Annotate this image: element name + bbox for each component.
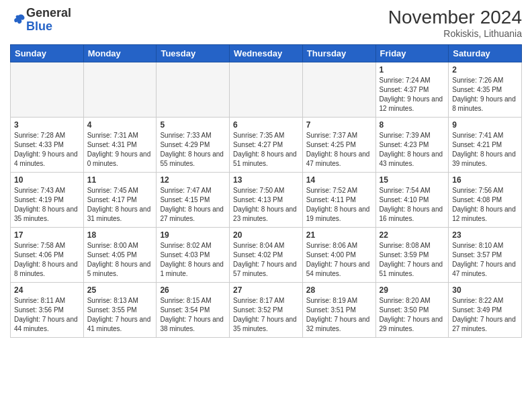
table-row: 28Sunrise: 8:19 AMSunset: 3:51 PMDayligh…	[302, 283, 375, 338]
daylight: Daylight: 8 hours and 16 minutes.	[380, 205, 445, 224]
day-number: 5	[160, 120, 226, 130]
sunrise: Sunrise: 7:50 AM	[233, 186, 299, 195]
day-number: 3	[14, 120, 80, 130]
day-number: 22	[380, 230, 445, 240]
header: General Blue November 2024 Rokiskis, Lit…	[10, 7, 522, 39]
day-info: Sunrise: 7:39 AMSunset: 4:23 PMDaylight:…	[380, 131, 445, 169]
sunrise: Sunrise: 8:17 AM	[233, 296, 299, 306]
day-number: 24	[14, 285, 80, 295]
sunset: Sunset: 3:50 PM	[380, 306, 445, 315]
daylight: Daylight: 9 hours and 8 minutes.	[452, 95, 518, 113]
sunset: Sunset: 3:51 PM	[306, 306, 372, 315]
sunrise: Sunrise: 8:02 AM	[160, 241, 226, 250]
sunset: Sunset: 4:35 PM	[452, 85, 518, 95]
sunset: Sunset: 3:54 PM	[160, 306, 226, 315]
sunset: Sunset: 4:02 PM	[233, 250, 299, 260]
header-friday: Friday	[375, 45, 449, 62]
sunset: Sunset: 3:52 PM	[233, 306, 299, 315]
daylight: Daylight: 8 hours and 27 minutes.	[160, 205, 226, 224]
daylight: Daylight: 8 hours and 23 minutes.	[233, 205, 299, 224]
daylight: Daylight: 9 hours and 0 minutes.	[87, 150, 153, 169]
day-number: 20	[233, 230, 299, 240]
sunrise: Sunrise: 8:11 AM	[14, 296, 80, 306]
day-number: 28	[306, 285, 372, 295]
sunset: Sunset: 4:03 PM	[160, 250, 226, 260]
sunrise: Sunrise: 8:00 AM	[87, 241, 153, 250]
day-number: 6	[233, 120, 299, 130]
sunset: Sunset: 4:19 PM	[14, 195, 80, 205]
day-info: Sunrise: 8:11 AMSunset: 3:56 PMDaylight:…	[14, 296, 80, 334]
day-number: 14	[306, 175, 372, 185]
sunrise: Sunrise: 8:10 AM	[452, 241, 518, 250]
sunrise: Sunrise: 8:15 AM	[160, 296, 226, 306]
table-row	[11, 62, 84, 118]
table-row: 8Sunrise: 7:39 AMSunset: 4:23 PMDaylight…	[375, 118, 449, 173]
day-number: 26	[160, 285, 226, 295]
day-info: Sunrise: 7:41 AMSunset: 4:21 PMDaylight:…	[452, 131, 518, 169]
sunset: Sunset: 4:31 PM	[87, 140, 153, 150]
sunrise: Sunrise: 8:22 AM	[452, 296, 518, 306]
day-info: Sunrise: 8:08 AMSunset: 3:59 PMDaylight:…	[380, 241, 445, 279]
page-container: General Blue November 2024 Rokiskis, Lit…	[0, 0, 532, 341]
sunset: Sunset: 4:27 PM	[233, 140, 299, 150]
day-info: Sunrise: 7:50 AMSunset: 4:13 PMDaylight:…	[233, 186, 299, 224]
sunrise: Sunrise: 7:33 AM	[160, 131, 226, 140]
daylight: Daylight: 8 hours and 19 minutes.	[306, 205, 372, 224]
day-info: Sunrise: 7:56 AMSunset: 4:08 PMDaylight:…	[452, 186, 518, 224]
header-tuesday: Tuesday	[157, 45, 230, 62]
daylight: Daylight: 8 hours and 8 minutes.	[14, 260, 80, 279]
table-row: 2Sunrise: 7:26 AMSunset: 4:35 PMDaylight…	[449, 62, 522, 118]
table-row: 17Sunrise: 7:58 AMSunset: 4:06 PMDayligh…	[11, 228, 84, 283]
daylight: Daylight: 7 hours and 47 minutes.	[452, 260, 518, 279]
calendar-week-1: 1Sunrise: 7:24 AMSunset: 4:37 PMDaylight…	[11, 62, 522, 118]
daylight: Daylight: 7 hours and 54 minutes.	[306, 260, 372, 279]
day-info: Sunrise: 7:43 AMSunset: 4:19 PMDaylight:…	[14, 186, 80, 224]
calendar-body: 1Sunrise: 7:24 AMSunset: 4:37 PMDaylight…	[11, 62, 522, 338]
daylight: Daylight: 7 hours and 32 minutes.	[306, 315, 372, 334]
daylight: Daylight: 8 hours and 35 minutes.	[14, 205, 80, 224]
daylight: Daylight: 8 hours and 43 minutes.	[380, 150, 445, 169]
day-info: Sunrise: 8:10 AMSunset: 3:57 PMDaylight:…	[452, 241, 518, 279]
logo: General Blue	[10, 7, 71, 34]
daylight: Daylight: 8 hours and 55 minutes.	[160, 150, 226, 169]
table-row: 12Sunrise: 7:47 AMSunset: 4:15 PMDayligh…	[157, 173, 230, 228]
sunrise: Sunrise: 7:39 AM	[380, 131, 445, 140]
logo-bird-icon	[11, 13, 26, 28]
sunset: Sunset: 4:13 PM	[233, 195, 299, 205]
header-monday: Monday	[83, 45, 157, 62]
header-saturday: Saturday	[449, 45, 522, 62]
sunrise: Sunrise: 7:45 AM	[87, 186, 153, 195]
day-info: Sunrise: 7:58 AMSunset: 4:06 PMDaylight:…	[14, 241, 80, 279]
sunrise: Sunrise: 7:31 AM	[87, 131, 153, 140]
table-row: 14Sunrise: 7:52 AMSunset: 4:11 PMDayligh…	[302, 173, 375, 228]
day-info: Sunrise: 8:06 AMSunset: 4:00 PMDaylight:…	[306, 241, 372, 279]
sunset: Sunset: 4:23 PM	[380, 140, 445, 150]
day-number: 10	[14, 175, 80, 185]
day-number: 1	[380, 65, 445, 75]
sunrise: Sunrise: 7:47 AM	[160, 186, 226, 195]
table-row: 19Sunrise: 8:02 AMSunset: 4:03 PMDayligh…	[157, 228, 230, 283]
day-info: Sunrise: 7:24 AMSunset: 4:37 PMDaylight:…	[380, 76, 445, 113]
daylight: Daylight: 7 hours and 57 minutes.	[233, 260, 299, 279]
sunrise: Sunrise: 8:20 AM	[380, 296, 445, 306]
day-info: Sunrise: 8:02 AMSunset: 4:03 PMDaylight:…	[160, 241, 226, 279]
sunset: Sunset: 4:05 PM	[87, 250, 153, 260]
table-row	[83, 62, 157, 118]
sunset: Sunset: 3:55 PM	[87, 306, 153, 315]
calendar-week-5: 24Sunrise: 8:11 AMSunset: 3:56 PMDayligh…	[11, 283, 522, 338]
sunrise: Sunrise: 8:06 AM	[306, 241, 372, 250]
sunrise: Sunrise: 7:52 AM	[306, 186, 372, 195]
daylight: Daylight: 7 hours and 29 minutes.	[380, 315, 445, 334]
sunset: Sunset: 4:33 PM	[14, 140, 80, 150]
sunset: Sunset: 4:17 PM	[87, 195, 153, 205]
logo-general: General	[26, 7, 71, 20]
day-info: Sunrise: 7:45 AMSunset: 4:17 PMDaylight:…	[87, 186, 153, 224]
calendar-week-3: 10Sunrise: 7:43 AMSunset: 4:19 PMDayligh…	[11, 173, 522, 228]
day-number: 18	[87, 230, 153, 240]
day-info: Sunrise: 8:15 AMSunset: 3:54 PMDaylight:…	[160, 296, 226, 334]
day-number: 9	[452, 120, 518, 130]
table-row	[157, 62, 230, 118]
table-row: 21Sunrise: 8:06 AMSunset: 4:00 PMDayligh…	[302, 228, 375, 283]
sunset: Sunset: 3:57 PM	[452, 250, 518, 260]
sunset: Sunset: 4:11 PM	[306, 195, 372, 205]
